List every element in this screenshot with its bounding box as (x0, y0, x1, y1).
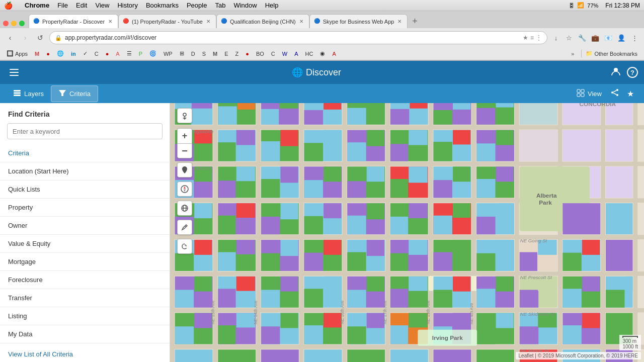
bookmark-folder[interactable]: 📁Other Bookmarks (581, 49, 640, 58)
bookmark-a2[interactable]: A (292, 50, 300, 58)
view-nav-btn[interactable]: View (572, 86, 607, 102)
toolbar-icon-3[interactable]: 🔧 (577, 32, 588, 43)
tab-close-3[interactable]: ✕ (298, 18, 305, 25)
bookmark-p[interactable]: P (136, 50, 145, 58)
keyword-search-input[interactable] (7, 123, 163, 139)
tab-propertyradar[interactable]: 🔵 PropertyRadar - Discover ✕ (29, 14, 118, 28)
criteria-item-transfer[interactable]: Transfer (0, 289, 170, 307)
maximize-window-btn[interactable] (19, 21, 25, 26)
layers-nav-btn[interactable]: Layers (6, 86, 51, 102)
map-area[interactable]: Alberta Park CONCORDIA (170, 103, 644, 362)
address-bar[interactable]: 🔒 app.propertyradar.com/#!/discover ★ ≡ … (49, 31, 547, 44)
svg-rect-158 (606, 240, 633, 271)
bookmark-m1[interactable]: M (32, 50, 42, 58)
bookmark-z[interactable]: Z (233, 50, 242, 58)
toolbar-icon-2[interactable]: ☆ (564, 32, 575, 43)
bookmark-c[interactable]: C (92, 50, 101, 58)
tab-youtube[interactable]: 🔴 (1) PropertyRadar - YouTube ✕ (118, 14, 216, 28)
help-icon[interactable]: ? (627, 67, 638, 78)
svg-rect-90 (496, 130, 514, 145)
criteria-item-quicklists[interactable]: Quick Lists (0, 180, 170, 199)
view-all-criteria-link[interactable]: View List of All Criteria (0, 343, 170, 362)
bookmark-red3[interactable]: ● (243, 50, 252, 58)
forward-button[interactable]: › (19, 32, 31, 44)
bookmark-globe[interactable]: 🌐 (54, 49, 66, 58)
criteria-link[interactable]: Criteria (0, 144, 170, 162)
locate-me-button[interactable] (177, 108, 192, 123)
bookmark-c2[interactable]: C (269, 50, 278, 58)
criteria-item-listing[interactable]: Listing (0, 307, 170, 325)
settings-icon[interactable]: ⋮ (536, 34, 542, 41)
bookmark-e[interactable]: E (222, 50, 230, 58)
history-menu[interactable]: History (117, 2, 137, 9)
bookmark-red2[interactable]: ● (103, 50, 112, 58)
chrome-menu[interactable]: Chrome (25, 2, 49, 9)
criteria-item-foreclosure[interactable]: Foreclosure (0, 271, 170, 289)
extensions-icon[interactable]: ⋮ (629, 32, 640, 43)
bookmark-grid[interactable]: ⊞ (177, 49, 187, 58)
bookmark-m2[interactable]: M (210, 50, 220, 58)
bookmark-menu[interactable]: ☰ (124, 49, 134, 58)
tab-skype[interactable]: 🔵 Skype for Business Web App ✕ (309, 14, 408, 28)
bookmark-in[interactable]: in (68, 50, 78, 58)
bookmark-swirl[interactable]: 🌀 (147, 49, 159, 58)
bookmark-s[interactable]: S (200, 50, 208, 58)
user-icon[interactable] (611, 66, 621, 79)
criteria-item-mortgage[interactable]: Mortgage (0, 253, 170, 271)
profile-icon[interactable]: 👤 (616, 32, 627, 43)
tab-qualification[interactable]: 🔵 Qualification Beijing (CHN) ✕ (216, 14, 309, 28)
help-menu[interactable]: Help (265, 2, 279, 9)
view-menu[interactable]: View (95, 2, 109, 9)
criteria-item-value-equity[interactable]: Value & Equity (0, 235, 170, 253)
svg-rect-241 (520, 326, 538, 344)
close-window-btn[interactable] (3, 21, 9, 26)
edit-menu[interactable]: Edit (76, 2, 87, 9)
compass-button[interactable] (177, 182, 192, 197)
bookmark-star-icon[interactable]: ★ (523, 34, 528, 41)
bookmark-a1[interactable]: A (113, 50, 122, 58)
bookmark-red1[interactable]: ● (44, 50, 52, 58)
reload-button[interactable]: ↺ (34, 32, 46, 44)
tab-close-1[interactable]: ✕ (107, 18, 114, 25)
criteria-item-mydata[interactable]: My Data (0, 325, 170, 343)
minimize-window-btn[interactable] (11, 21, 17, 26)
bookmark-bo[interactable]: BO (254, 50, 267, 58)
pin-location-button[interactable] (177, 162, 192, 177)
toolbar-icon-5[interactable]: 📧 (603, 32, 614, 43)
tab-menu[interactable]: Tab (215, 2, 225, 9)
hamburger-button[interactable] (6, 64, 22, 80)
tab-close-2[interactable]: ✕ (205, 18, 212, 25)
file-menu[interactable]: File (57, 2, 68, 9)
zoom-out-button[interactable]: − (177, 143, 192, 158)
bookmark-circle[interactable]: ◉ (317, 49, 328, 58)
bookmark-wp[interactable]: WP (161, 50, 175, 58)
bookmarks-more[interactable]: » (568, 50, 577, 58)
zoom-in-button[interactable]: + (177, 128, 192, 143)
draw-button[interactable] (177, 220, 192, 235)
criteria-item-location[interactable]: Location (Start Here) (0, 162, 170, 180)
bookmark-hc[interactable]: HC (303, 50, 316, 58)
criteria-item-property[interactable]: Property (0, 199, 170, 217)
bookmark-apps[interactable]: 🔲Apps (4, 49, 30, 58)
people-menu[interactable]: People (187, 2, 207, 9)
bookmarks-menu[interactable]: Bookmarks (146, 2, 179, 9)
bookmark-a3[interactable]: A (330, 50, 338, 58)
svg-rect-45 (520, 103, 557, 125)
lasso-button[interactable] (177, 239, 192, 254)
criteria-nav-btn[interactable]: Criteria (51, 85, 98, 102)
toolbar-icon-1[interactable]: ↓ (550, 32, 561, 43)
tab-close-4[interactable]: ✕ (396, 18, 403, 25)
bookmark-map[interactable]: D (189, 50, 198, 58)
back-button[interactable]: ‹ (4, 32, 16, 44)
bookmark-check[interactable]: ✓ (80, 49, 90, 58)
read-mode-icon[interactable]: ≡ (530, 34, 534, 41)
bookmark-w[interactable]: W (280, 50, 290, 58)
apple-menu-icon[interactable]: 🍎 (4, 2, 13, 10)
toolbar-icon-4[interactable]: 💼 (590, 32, 601, 43)
share-button[interactable] (607, 86, 623, 101)
window-menu[interactable]: Window (233, 2, 257, 9)
star-button[interactable]: ★ (623, 87, 638, 101)
globe-view-button[interactable] (177, 201, 192, 216)
criteria-item-owner[interactable]: Owner (0, 217, 170, 235)
new-tab-button[interactable]: + (408, 14, 422, 28)
